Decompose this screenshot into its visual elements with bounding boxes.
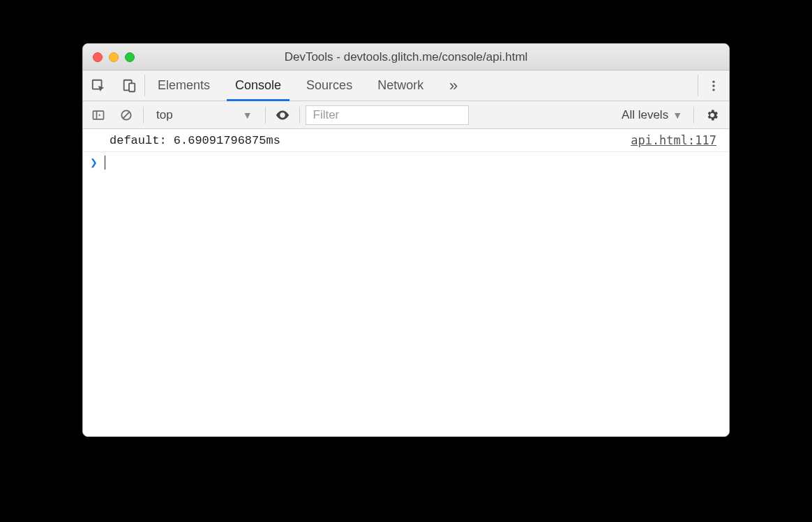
tab-elements[interactable]: Elements <box>145 70 223 100</box>
tab-network[interactable]: Network <box>365 70 436 100</box>
svg-line-9 <box>123 112 129 118</box>
settings-menu-button[interactable] <box>698 70 729 100</box>
tabs-overflow-button[interactable]: » <box>436 70 471 100</box>
tab-label: Elements <box>158 78 210 93</box>
console-prompt[interactable]: ❯ <box>83 152 729 172</box>
maximize-window-button[interactable] <box>125 52 135 62</box>
overflow-glyph: » <box>449 77 458 95</box>
console-filterbar: top ▼ All levels ▼ <box>83 101 729 129</box>
panel-tabs: Elements Console Sources Network » <box>145 70 698 100</box>
clear-console-icon[interactable] <box>115 104 137 126</box>
svg-rect-6 <box>93 111 104 119</box>
chevron-down-icon: ▼ <box>672 110 682 121</box>
log-source-link[interactable]: api.html:117 <box>631 133 716 147</box>
log-levels-select[interactable]: All levels ▼ <box>616 108 688 122</box>
filterbar-divider <box>299 107 300 124</box>
close-window-button[interactable] <box>93 52 103 62</box>
titlebar: DevTools - devtools.glitch.me/console/ap… <box>83 44 729 70</box>
console-filter-input[interactable] <box>306 105 469 125</box>
window-controls <box>93 52 135 62</box>
tab-label: Network <box>377 78 423 93</box>
filterbar-divider <box>265 107 266 124</box>
tab-console[interactable]: Console <box>223 70 294 100</box>
chevron-down-icon: ▼ <box>243 110 253 121</box>
filterbar-divider <box>693 107 694 124</box>
tab-sources[interactable]: Sources <box>294 70 365 100</box>
device-toolbar-icon[interactable] <box>114 70 144 100</box>
levels-label: All levels <box>622 108 668 122</box>
minimize-window-button[interactable] <box>109 52 119 62</box>
console-settings-icon[interactable] <box>700 108 725 122</box>
log-message: default: 6.69091796875ms <box>110 134 280 147</box>
tab-label: Sources <box>306 78 352 93</box>
console-log-row[interactable]: default: 6.69091796875ms api.html:117 <box>83 129 729 152</box>
inspect-element-icon[interactable] <box>83 70 114 100</box>
live-expression-icon[interactable] <box>271 107 294 123</box>
window-title: DevTools - devtools.glitch.me/console/ap… <box>83 50 729 64</box>
text-cursor <box>105 156 106 170</box>
prompt-chevron-icon: ❯ <box>90 155 98 170</box>
svg-point-3 <box>712 80 714 82</box>
devtools-window: DevTools - devtools.glitch.me/console/ap… <box>82 43 730 437</box>
execution-context-select[interactable]: top ▼ <box>149 108 260 122</box>
console-sidebar-toggle-icon[interactable] <box>87 104 110 126</box>
svg-rect-2 <box>129 83 135 91</box>
svg-point-4 <box>712 84 714 87</box>
context-value: top <box>156 108 173 122</box>
filterbar-divider <box>143 107 144 124</box>
console-log-area[interactable]: default: 6.69091796875ms api.html:117 ❯ <box>83 129 729 436</box>
tab-label: Console <box>235 78 281 93</box>
svg-point-5 <box>712 89 714 91</box>
svg-point-10 <box>281 114 284 117</box>
devtools-toolbar: Elements Console Sources Network » <box>83 70 729 101</box>
